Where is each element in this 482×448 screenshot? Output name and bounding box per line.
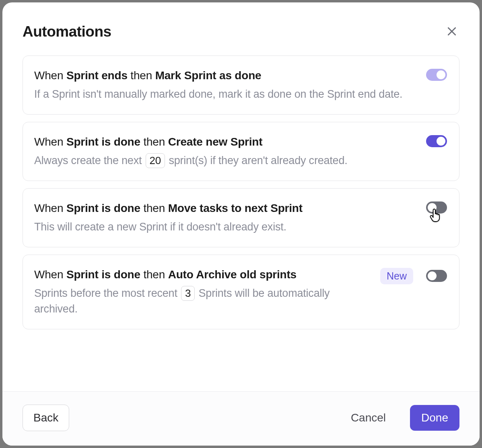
dialog-footer: Back Cancel Done <box>2 391 480 446</box>
footer-right: Cancel Done <box>340 405 459 431</box>
automations-dialog: Automations When Sprint ends then Mark S… <box>2 2 480 446</box>
card-content: When Sprint is done then Move tasks to n… <box>34 201 418 235</box>
archive-count-input[interactable]: 3 <box>181 286 195 301</box>
card-title: When Sprint is done then Move tasks to n… <box>34 201 418 216</box>
card-description: Always create the next 20 sprint(s) if t… <box>34 153 418 169</box>
automation-card-move-tasks: When Sprint is done then Move tasks to n… <box>23 188 459 247</box>
card-title: When Sprint is done then Auto Archive ol… <box>34 267 372 282</box>
desc-text: Sprints before the most recent <box>34 287 180 299</box>
new-badge: New <box>380 268 413 284</box>
close-button[interactable] <box>444 24 459 40</box>
toggle-sprint-ends[interactable] <box>426 69 447 81</box>
title-text: then <box>140 136 168 148</box>
title-bold: Sprint is done <box>66 136 140 148</box>
sprint-count-input[interactable]: 20 <box>146 153 165 168</box>
title-bold: Sprint ends <box>66 69 128 82</box>
title-bold: Move tasks to next Sprint <box>168 202 303 214</box>
toggle-move-tasks[interactable] <box>426 201 447 214</box>
card-content: When Sprint ends then Mark Sprint as don… <box>34 68 418 102</box>
toggle-knob <box>437 137 445 146</box>
card-title: When Sprint is done then Create new Spri… <box>34 134 418 150</box>
automation-card-sprint-ends: When Sprint ends then Mark Sprint as don… <box>23 55 459 115</box>
title-bold: Auto Archive old sprints <box>168 268 297 281</box>
toggle-knob <box>437 70 445 79</box>
title-bold: Sprint is done <box>66 268 140 281</box>
done-button[interactable]: Done <box>410 405 459 431</box>
toggle-knob <box>428 203 437 212</box>
card-description: Sprints before the most recent 3 Sprints… <box>34 286 372 317</box>
dialog-body: When Sprint ends then Mark Sprint as don… <box>2 40 480 391</box>
back-button[interactable]: Back <box>23 405 69 431</box>
card-description: This will create a new Sprint if it does… <box>34 219 418 235</box>
dialog-header: Automations <box>2 2 480 40</box>
desc-text: sprint(s) if they aren't already created… <box>166 154 347 166</box>
automation-card-auto-archive: When Sprint is done then Auto Archive ol… <box>23 255 459 329</box>
title-text: When <box>34 136 66 148</box>
title-bold: Mark Sprint as done <box>155 69 262 82</box>
desc-text: Always create the next <box>34 154 145 166</box>
close-icon <box>446 25 458 39</box>
card-right <box>426 134 447 147</box>
title-text: then <box>140 268 168 281</box>
card-right <box>426 68 447 81</box>
title-text: When <box>34 69 66 82</box>
card-right: New <box>380 267 447 284</box>
toggle-auto-archive[interactable] <box>426 270 447 282</box>
card-right <box>426 201 447 214</box>
title-text: then <box>128 69 155 82</box>
title-text: When <box>34 202 66 214</box>
title-bold: Create new Sprint <box>168 136 263 148</box>
title-text: then <box>140 202 168 214</box>
dialog-title: Automations <box>23 23 111 40</box>
card-content: When Sprint is done then Create new Spri… <box>34 134 418 169</box>
card-description: If a Sprint isn't manually marked done, … <box>34 86 418 102</box>
automation-card-create-new: When Sprint is done then Create new Spri… <box>23 122 459 181</box>
title-text: When <box>34 268 66 281</box>
toggle-knob <box>428 271 437 280</box>
card-title: When Sprint ends then Mark Sprint as don… <box>34 68 418 83</box>
card-content: When Sprint is done then Auto Archive ol… <box>34 267 372 317</box>
title-bold: Sprint is done <box>66 202 140 214</box>
cancel-button[interactable]: Cancel <box>340 405 396 431</box>
toggle-create-new[interactable] <box>426 135 447 147</box>
